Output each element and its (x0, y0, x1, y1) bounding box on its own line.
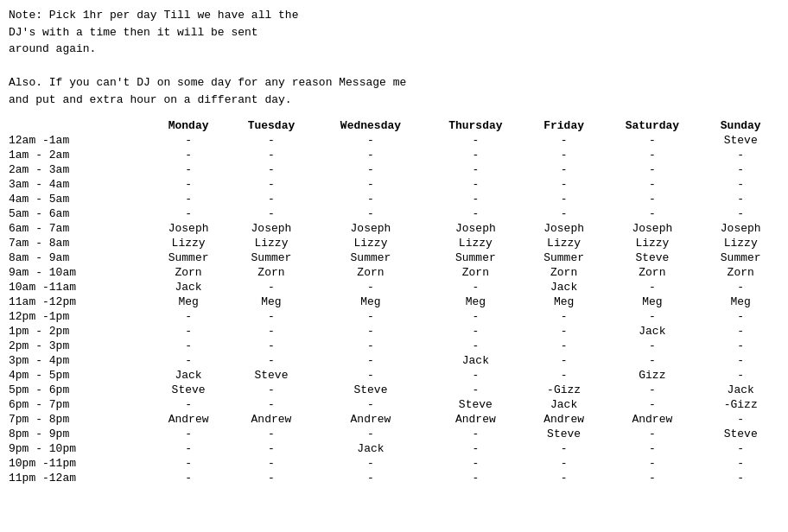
cell-monday: Joseph (149, 221, 227, 236)
cell-wednesday: - (315, 471, 426, 485)
note-line-1: Note: Pick 1hr per day Till we have all … (9, 7, 779, 24)
cell-thursday: - (426, 368, 525, 383)
note-line-5: Also. If you can't DJ on some day for an… (9, 74, 779, 92)
cell-saturday: Joseph (602, 221, 702, 236)
cell-wednesday: Jack (315, 441, 426, 456)
table-row: 9am - 10amZornZornZornZornZornZornZorn (9, 265, 779, 280)
header-thursday: Thursday (426, 118, 525, 133)
cell-saturday: - (602, 456, 702, 471)
cell-tuesday: Lizzy (227, 236, 315, 250)
cell-friday: - (525, 471, 603, 485)
cell-tuesday: Summer (227, 250, 315, 265)
cell-sunday: - (702, 280, 779, 294)
cell-friday: - (525, 368, 603, 383)
cell-friday: - (525, 339, 603, 353)
cell-friday: Zorn (525, 265, 603, 280)
cell-tuesday: - (227, 206, 315, 221)
cell-monday: - (149, 192, 227, 206)
cell-wednesday: - (315, 427, 426, 441)
cell-monday: - (149, 162, 227, 177)
cell-monday: - (149, 133, 227, 148)
cell-thursday: - (426, 324, 525, 339)
cell-monday: - (149, 177, 227, 192)
cell-sunday: - (702, 206, 779, 221)
cell-time: 6pm - 7pm (9, 397, 149, 412)
cell-wednesday: - (315, 133, 426, 148)
header-tuesday: Tuesday (227, 118, 315, 133)
cell-time: 7am - 8am (9, 236, 149, 250)
cell-saturday: - (602, 148, 702, 162)
cell-saturday: - (602, 192, 702, 206)
cell-friday: - (525, 456, 603, 471)
cell-saturday: Steve (602, 250, 702, 265)
cell-sunday: Steve (702, 133, 779, 148)
cell-sunday: - (702, 148, 779, 162)
table-row: 3pm - 4pm---Jack--- (9, 353, 779, 368)
cell-sunday: - (702, 324, 779, 339)
table-row: 3am - 4am------- (9, 177, 779, 192)
cell-thursday: - (426, 148, 525, 162)
cell-tuesday: - (227, 339, 315, 353)
cell-thursday: - (426, 383, 525, 397)
header-saturday: Saturday (602, 118, 702, 133)
cell-wednesday: - (315, 192, 426, 206)
cell-monday: - (149, 397, 227, 412)
cell-tuesday: - (227, 353, 315, 368)
cell-monday: Lizzy (149, 236, 227, 250)
cell-monday: Steve (149, 383, 227, 397)
cell-tuesday: - (227, 397, 315, 412)
cell-saturday: - (602, 280, 702, 294)
cell-thursday: - (426, 133, 525, 148)
cell-tuesday: Meg (227, 294, 315, 309)
cell-thursday: Steve (426, 397, 525, 412)
cell-friday: Steve (525, 427, 603, 441)
cell-sunday: Lizzy (702, 236, 779, 250)
cell-saturday: - (602, 309, 702, 324)
cell-saturday: Andrew (602, 412, 702, 427)
cell-tuesday: - (227, 148, 315, 162)
note-line-3: around again. (9, 41, 779, 58)
cell-time: 1am - 2am (9, 148, 149, 162)
cell-monday: Meg (149, 294, 227, 309)
table-row: 5am - 6am------- (9, 206, 779, 221)
cell-thursday: - (426, 456, 525, 471)
cell-monday: Summer (149, 250, 227, 265)
cell-tuesday: - (227, 324, 315, 339)
cell-wednesday: Summer (315, 250, 426, 265)
cell-sunday: - (702, 162, 779, 177)
cell-friday: Andrew (525, 412, 603, 427)
cell-friday: - (525, 309, 603, 324)
cell-friday: - (525, 177, 603, 192)
cell-monday: Andrew (149, 412, 227, 427)
header-friday: Friday (525, 118, 603, 133)
cell-thursday: Andrew (426, 412, 525, 427)
cell-sunday: - (702, 368, 779, 383)
cell-friday: - (525, 441, 603, 456)
cell-sunday: - (702, 456, 779, 471)
cell-thursday: - (426, 162, 525, 177)
cell-saturday: Zorn (602, 265, 702, 280)
cell-monday: - (149, 148, 227, 162)
cell-sunday: Meg (702, 294, 779, 309)
cell-saturday: Jack (602, 324, 702, 339)
cell-tuesday: Zorn (227, 265, 315, 280)
header-wednesday: Wednesday (315, 118, 426, 133)
cell-wednesday: - (315, 148, 426, 162)
cell-thursday: - (426, 192, 525, 206)
cell-sunday: Jack (702, 383, 779, 397)
cell-wednesday: Meg (315, 294, 426, 309)
cell-sunday: Zorn (702, 265, 779, 280)
cell-friday: Jack (525, 280, 603, 294)
cell-thursday: Meg (426, 294, 525, 309)
cell-sunday: Joseph (702, 221, 779, 236)
cell-wednesday: Joseph (315, 221, 426, 236)
cell-thursday: - (426, 206, 525, 221)
cell-thursday: Jack (426, 353, 525, 368)
table-row: 12pm -1pm------- (9, 309, 779, 324)
cell-sunday: - (702, 177, 779, 192)
header-monday: Monday (149, 118, 227, 133)
cell-wednesday: - (315, 397, 426, 412)
cell-time: 4pm - 5pm (9, 368, 149, 383)
cell-friday: - (525, 133, 603, 148)
cell-time: 9am - 10am (9, 265, 149, 280)
